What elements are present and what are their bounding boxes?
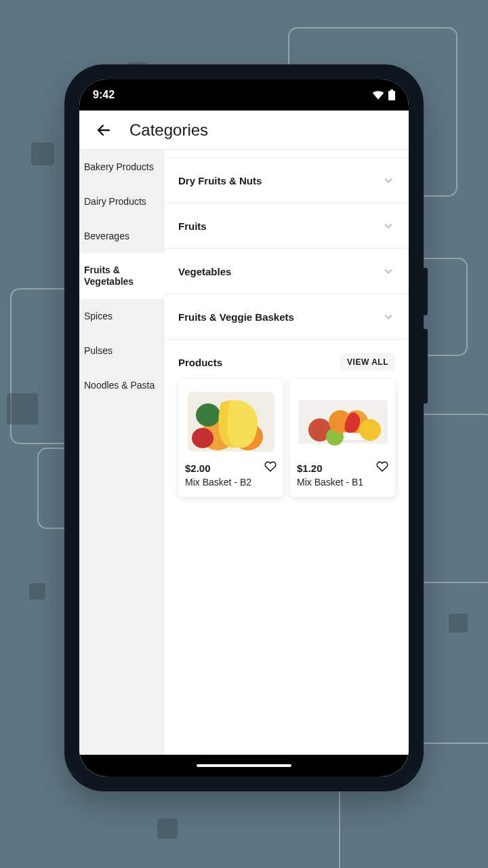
arrow-left-icon	[96, 122, 112, 138]
panel-top-divider	[165, 150, 409, 158]
product-meta: $1.20 Mix Basket - B1	[290, 462, 395, 497]
app-bar: Categories	[79, 111, 409, 150]
content: Bakery Products Dairy Products Beverages…	[79, 150, 409, 776]
nav-handle[interactable]	[197, 764, 291, 767]
bg-decor	[449, 614, 468, 633]
android-nav-bar	[79, 755, 409, 776]
favorite-button[interactable]	[264, 460, 277, 475]
svg-rect-0	[388, 91, 395, 100]
product-card[interactable]: $1.20 Mix Basket - B1	[290, 379, 395, 497]
chevron-down-icon	[382, 219, 395, 233]
product-name: Mix Basket - B1	[297, 477, 388, 488]
accordion-baskets[interactable]: Fruits & Veggie Baskets	[165, 294, 409, 340]
status-icons	[372, 90, 395, 100]
sidebar-item-pulses[interactable]: Pulses	[79, 334, 165, 368]
svg-point-14	[359, 419, 381, 441]
chevron-down-icon	[382, 174, 395, 187]
phone-frame: 9:42 Categories Bakery Products Dairy Pr…	[64, 64, 424, 791]
product-image	[290, 386, 395, 457]
accordion-vegetables[interactable]: Vegetables	[165, 249, 409, 294]
sidebar-item-beverages[interactable]: Beverages	[79, 219, 165, 254]
status-time: 9:42	[93, 89, 115, 101]
products-header: Products VIEW ALL	[165, 340, 409, 379]
phone-button	[422, 329, 428, 403]
status-bar: 9:42	[79, 79, 409, 111]
main-panel[interactable]: Dry Fruits & Nuts Fruits Vegetables Frui…	[165, 150, 409, 776]
accordion-dry-fruits[interactable]: Dry Fruits & Nuts	[165, 158, 409, 203]
products-title: Products	[178, 357, 222, 368]
sidebar[interactable]: Bakery Products Dairy Products Beverages…	[79, 150, 165, 776]
product-price: $1.20	[297, 462, 388, 474]
accordion-label: Fruits	[178, 220, 207, 232]
sidebar-item-bakery[interactable]: Bakery Products	[79, 150, 165, 184]
accordion-label: Fruits & Veggie Baskets	[178, 311, 294, 323]
chevron-down-icon	[382, 264, 395, 278]
heart-icon	[376, 460, 388, 473]
product-meta: $2.00 Mix Basket - B2	[178, 462, 283, 497]
battery-icon	[388, 90, 395, 100]
svg-point-7	[192, 428, 214, 448]
bg-decor	[7, 393, 38, 425]
view-all-button[interactable]: VIEW ALL	[340, 353, 395, 371]
product-list: $2.00 Mix Basket - B2	[165, 379, 409, 511]
accordion-fruits[interactable]: Fruits	[165, 203, 409, 249]
product-card[interactable]: $2.00 Mix Basket - B2	[178, 379, 283, 497]
bg-decor	[31, 142, 54, 165]
accordion-label: Dry Fruits & Nuts	[178, 175, 262, 186]
product-name: Mix Basket - B2	[185, 477, 277, 488]
phone-button	[422, 268, 428, 315]
heart-icon	[264, 460, 277, 473]
bg-decor	[157, 818, 178, 839]
chevron-down-icon	[382, 310, 395, 323]
phone-screen: 9:42 Categories Bakery Products Dairy Pr…	[79, 79, 409, 776]
page-title: Categories	[129, 121, 208, 140]
favorite-button[interactable]	[376, 460, 388, 475]
sidebar-item-noodles-pasta[interactable]: Noodles & Pasta	[79, 368, 165, 403]
sidebar-item-dairy[interactable]: Dairy Products	[79, 184, 165, 219]
svg-rect-1	[390, 90, 393, 91]
wifi-icon	[372, 90, 384, 100]
sidebar-item-fruits-vegetables[interactable]: Fruits & Vegetables	[79, 253, 165, 299]
product-price: $2.00	[185, 462, 277, 474]
sidebar-item-spices[interactable]: Spices	[79, 299, 165, 334]
bg-decor	[29, 583, 45, 599]
product-image	[178, 386, 283, 457]
back-button[interactable]	[90, 117, 117, 144]
svg-point-6	[196, 403, 220, 427]
accordion-label: Vegetables	[178, 266, 231, 277]
